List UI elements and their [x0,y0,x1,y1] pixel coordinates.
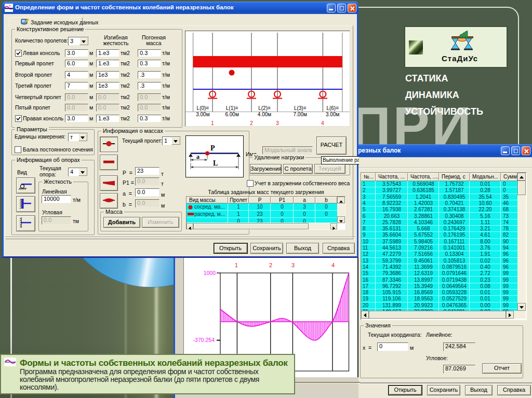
svg-text:2: 2 [250,120,253,126]
svg-text:P: P [210,144,215,152]
svg-text:1: 1 [235,262,238,268]
svg-text:4: 4 [321,120,324,126]
svg-text:3.00м: 3.00м [196,112,209,117]
svg-text:3: 3 [276,120,279,126]
svg-text:3.00м: 3.00м [326,112,339,117]
svg-text:-370.254: -370.254 [193,337,215,343]
svg-text:2: 2 [269,262,272,268]
svg-text:6.00м: 6.00м [225,112,238,117]
svg-text:3: 3 [291,262,295,268]
svg-text:a: a [196,153,200,160]
svg-text:L(0)=: L(0)= [197,105,209,111]
svg-text:4.00м: 4.00м [258,112,271,117]
svg-text:4: 4 [331,262,335,268]
svg-text:L: L [213,159,218,167]
svg-text:1: 1 [211,120,214,126]
svg-text:7.00м: 7.00м [294,112,307,117]
svg-text:1000: 1000 [204,270,216,276]
svg-text:L(1)=: L(1)= [226,105,238,111]
svg-text:L(3)=: L(3)= [294,105,307,111]
svg-text:L(6)=: L(6)= [326,105,339,111]
svg-text:L(2)=: L(2)= [258,105,271,111]
